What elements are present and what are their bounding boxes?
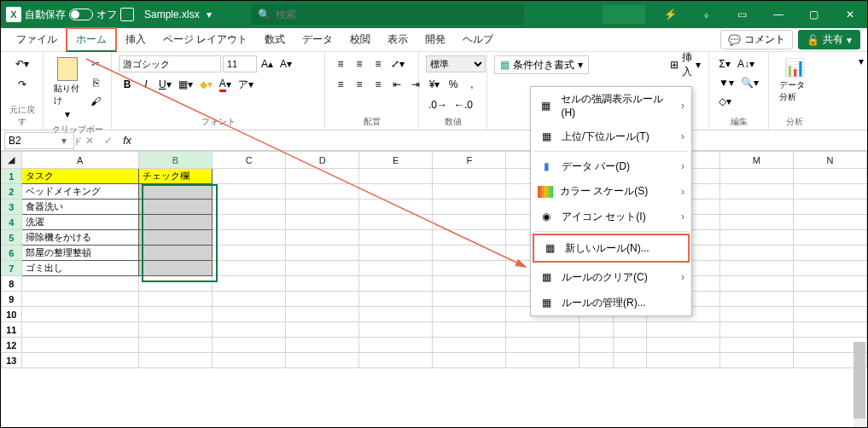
toggle-switch-icon[interactable] bbox=[69, 9, 93, 20]
cell[interactable] bbox=[433, 261, 506, 276]
cell[interactable] bbox=[433, 292, 506, 307]
bold-button[interactable]: B bbox=[119, 76, 136, 93]
cell[interactable] bbox=[138, 230, 212, 246]
cell[interactable] bbox=[719, 169, 793, 184]
filename[interactable]: Sample.xlsx bbox=[144, 9, 200, 20]
cell[interactable]: チェック欄 bbox=[138, 169, 212, 184]
tab-home[interactable]: ホーム bbox=[66, 27, 117, 52]
cell[interactable] bbox=[359, 261, 433, 276]
font-size-select[interactable] bbox=[223, 55, 257, 72]
autosum-button[interactable]: Σ▾ bbox=[716, 55, 733, 72]
ribbon-mode-icon[interactable]: ▭ bbox=[725, 1, 760, 28]
close-button[interactable]: ✕ bbox=[833, 1, 867, 28]
col-header[interactable]: D bbox=[286, 152, 359, 169]
row-header[interactable]: 5 bbox=[2, 230, 22, 246]
maximize-button[interactable]: ▢ bbox=[797, 1, 831, 28]
cell[interactable] bbox=[213, 200, 286, 215]
cell[interactable] bbox=[719, 322, 793, 338]
cell[interactable] bbox=[138, 276, 212, 292]
cell[interactable] bbox=[793, 307, 866, 322]
font-color-button[interactable]: A▾ bbox=[217, 76, 234, 93]
cell[interactable] bbox=[213, 276, 286, 292]
underline-button[interactable]: U▾ bbox=[156, 76, 174, 93]
cell[interactable] bbox=[793, 230, 866, 246]
tab-help[interactable]: ヘルプ bbox=[454, 29, 502, 50]
cell[interactable] bbox=[138, 184, 212, 200]
cf-highlight-rules[interactable]: ▦ セルの強調表示ルール(H) › bbox=[531, 87, 691, 124]
cf-color-scales[interactable]: カラー スケール(S) › bbox=[531, 179, 691, 204]
scrollbar-thumb[interactable] bbox=[853, 342, 865, 419]
row-header[interactable]: 9 bbox=[2, 292, 22, 307]
cell[interactable] bbox=[213, 246, 286, 261]
cell[interactable] bbox=[793, 246, 866, 261]
cell[interactable] bbox=[719, 230, 793, 246]
cell[interactable] bbox=[433, 246, 506, 261]
cell[interactable] bbox=[213, 322, 286, 338]
fill-button[interactable]: ▼▾ bbox=[716, 74, 737, 91]
align-right-button[interactable]: ≡ bbox=[370, 76, 387, 93]
cell[interactable] bbox=[793, 169, 866, 184]
cell[interactable] bbox=[213, 338, 286, 353]
chevron-down-icon[interactable]: ▾ bbox=[58, 135, 70, 147]
cell[interactable] bbox=[359, 353, 433, 368]
cell[interactable] bbox=[359, 292, 433, 307]
cell[interactable] bbox=[21, 276, 138, 292]
minimize-button[interactable]: — bbox=[761, 1, 795, 28]
accounting-format-button[interactable]: ¥▾ bbox=[426, 76, 443, 93]
cell[interactable] bbox=[213, 261, 286, 276]
number-format-select[interactable]: 標準 bbox=[426, 55, 486, 72]
cell[interactable] bbox=[646, 338, 719, 353]
cell[interactable] bbox=[433, 353, 506, 368]
cell[interactable]: 掃除機をかける bbox=[21, 230, 138, 246]
cell[interactable] bbox=[793, 276, 866, 292]
row-header[interactable]: 8 bbox=[2, 276, 22, 292]
cell[interactable] bbox=[433, 169, 506, 184]
insert-cells-button[interactable]: ⊞ 挿入 ▾ bbox=[665, 55, 706, 74]
align-top-button[interactable]: ≡ bbox=[332, 55, 349, 72]
row-header[interactable]: 3 bbox=[2, 200, 22, 215]
align-left-button[interactable]: ≡ bbox=[332, 76, 349, 93]
cell[interactable] bbox=[213, 230, 286, 246]
cell[interactable] bbox=[213, 169, 286, 184]
cell[interactable] bbox=[138, 261, 212, 276]
percent-button[interactable]: % bbox=[445, 76, 462, 93]
comma-button[interactable]: , bbox=[463, 76, 481, 93]
cell[interactable] bbox=[433, 230, 506, 246]
font-name-select[interactable] bbox=[119, 55, 221, 72]
cell[interactable] bbox=[359, 200, 433, 215]
cell[interactable] bbox=[286, 184, 359, 200]
cell[interactable] bbox=[138, 215, 212, 230]
col-header[interactable]: A bbox=[21, 152, 138, 169]
cell[interactable] bbox=[793, 292, 866, 307]
col-header[interactable]: M bbox=[719, 152, 793, 169]
cell[interactable] bbox=[286, 338, 359, 353]
cell[interactable] bbox=[359, 169, 433, 184]
cell[interactable] bbox=[213, 292, 286, 307]
decrease-decimal-button[interactable]: ←.0 bbox=[451, 96, 475, 113]
cell[interactable] bbox=[286, 292, 359, 307]
increase-decimal-button[interactable]: .0→ bbox=[426, 96, 450, 113]
teams-icon[interactable]: ⚡ bbox=[654, 1, 688, 28]
row-header[interactable]: 6 bbox=[2, 246, 22, 261]
cell[interactable] bbox=[213, 184, 286, 200]
sort-filter-button[interactable]: A↓▾ bbox=[735, 55, 757, 72]
orientation-button[interactable]: ⤢▾ bbox=[388, 55, 407, 72]
tab-formulas[interactable]: 数式 bbox=[256, 29, 294, 50]
cell[interactable] bbox=[359, 338, 433, 353]
cell[interactable] bbox=[359, 246, 433, 261]
cell[interactable] bbox=[359, 230, 433, 246]
col-header[interactable]: F bbox=[433, 152, 506, 169]
cell[interactable] bbox=[213, 307, 286, 322]
cell[interactable] bbox=[433, 200, 506, 215]
collapse-ribbon-button[interactable]: ▾ bbox=[859, 55, 864, 67]
cell[interactable] bbox=[613, 322, 646, 338]
col-header[interactable]: E bbox=[359, 152, 433, 169]
select-all-corner[interactable]: ◢ bbox=[2, 152, 22, 169]
row-header[interactable]: 4 bbox=[2, 215, 22, 230]
row-header[interactable]: 13 bbox=[2, 353, 22, 368]
row-header[interactable]: 10 bbox=[2, 307, 22, 322]
cell[interactable] bbox=[719, 338, 793, 353]
cell[interactable] bbox=[286, 215, 359, 230]
spreadsheet-grid[interactable]: ◢ A B C D E F G H K L M N 1 タスク チェック欄 bbox=[1, 151, 867, 368]
row-header[interactable]: 2 bbox=[2, 184, 22, 200]
